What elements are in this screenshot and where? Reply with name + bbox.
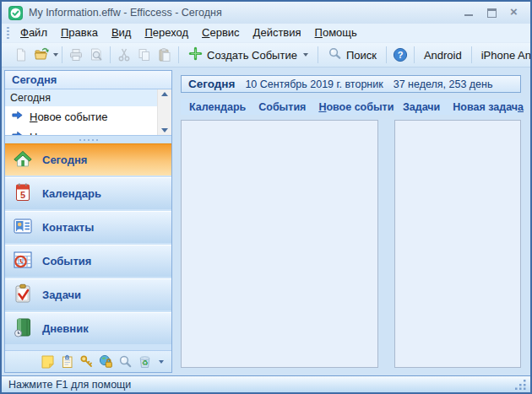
tasks-links-bar: ЗадачиНовая задача <box>394 99 521 115</box>
tasks-icon <box>12 283 34 307</box>
maximize-button[interactable] <box>486 8 497 18</box>
list-new-event[interactable]: Новое событие <box>5 106 157 127</box>
menu-help[interactable]: Помощь <box>308 24 364 41</box>
tray-memo[interactable] <box>59 354 74 370</box>
home-icon <box>12 148 34 172</box>
toolbar-separator <box>414 46 415 63</box>
tray-notes[interactable] <box>40 354 55 370</box>
events-list-panel[interactable] <box>181 120 378 368</box>
title-bar: My Information.effw - Efficcess - Сегодн… <box>2 2 530 24</box>
panels-row <box>181 120 521 368</box>
nav-contacts-label: Контакты <box>42 221 94 234</box>
link-calendar[interactable]: Календарь <box>189 101 246 113</box>
search-button[interactable]: Поиск <box>322 44 383 66</box>
search-icon <box>328 46 342 63</box>
scroll-down-icon[interactable] <box>161 128 168 132</box>
resize-grip[interactable] <box>514 379 527 390</box>
sidebar-shortcut-rows: Сегодня Новое событиеНовая задача <box>5 89 157 135</box>
caret-down-icon[interactable] <box>53 53 58 57</box>
list-new-task[interactable]: Новая задача <box>5 127 157 135</box>
toolbar: Создать СобытиеПоиск?AndroidiPhone And i… <box>2 43 530 67</box>
tray-web-password[interactable] <box>98 354 113 370</box>
calendar-links-bar: КалендарьСобытияНовое событие <box>181 99 378 115</box>
sidebar-list-scrollbar[interactable] <box>157 89 171 135</box>
svg-text:?: ? <box>398 50 404 60</box>
nav-calendar[interactable]: 5Календарь <box>5 177 171 209</box>
today-week-day-count: 37 неделя, 253 день <box>394 78 493 90</box>
print-preview-button <box>86 45 106 65</box>
android-button[interactable]: Android <box>418 46 468 64</box>
arrow-right-icon <box>11 109 24 124</box>
menu-go[interactable]: Переход <box>138 24 195 41</box>
menu-drag-grip[interactable] <box>7 27 9 40</box>
toolbar-separator <box>318 46 318 63</box>
list-new-event-label: Новое событие <box>30 111 108 123</box>
today-date: 10 Сентябрь 2019 г. вторник <box>245 78 383 90</box>
sidebar-header: Сегодня <box>5 71 171 89</box>
app-check-icon <box>8 6 23 20</box>
nav-tasks[interactable]: Задачи <box>5 278 171 310</box>
menu-items: ФайлПравкаВидПереходСервисДействияПомощь <box>14 24 364 41</box>
contacts-icon <box>12 215 34 240</box>
list-new-task-label: Новая задача <box>30 131 100 136</box>
cut-button <box>114 45 134 65</box>
tray-recycle[interactable]: ♻ <box>137 354 152 370</box>
journal-icon <box>12 316 34 341</box>
menu-bar: ФайлПравкаВидПереходСервисДействияПомощь <box>2 24 530 43</box>
tray-password[interactable] <box>79 354 94 370</box>
toolbar-separator <box>110 46 111 63</box>
nav-diary-label: Дневник <box>42 322 89 335</box>
help-button[interactable]: ? <box>390 45 410 65</box>
app-window: My Information.effw - Efficcess - Сегодн… <box>0 0 532 394</box>
nav-today[interactable]: Сегодня <box>5 143 171 175</box>
status-text: Нажмите F1 для помощи <box>8 379 131 391</box>
nav-contacts[interactable]: Контакты <box>5 211 171 243</box>
nav-tasks-label: Задачи <box>42 289 81 301</box>
status-bar: Нажмите F1 для помощи <box>2 375 530 392</box>
menu-edit[interactable]: Правка <box>54 24 105 41</box>
close-button[interactable] <box>509 8 520 18</box>
open-button[interactable] <box>31 45 52 65</box>
iphone-ipad-button-label: iPhone And iPad <box>481 49 532 62</box>
sidebar-shortcut-list: Сегодня Новое событиеНовая задача <box>5 89 171 136</box>
link-tasks[interactable]: Задачи <box>403 101 440 113</box>
nav-calendar-label: Календарь <box>42 187 101 200</box>
toolbar-separator <box>62 46 62 63</box>
search-button-label: Поиск <box>346 49 377 62</box>
menu-file[interactable]: Файл <box>14 24 54 41</box>
content-area: Сегодня Сегодня Новое событиеНовая задач… <box>2 67 530 375</box>
tray-search[interactable] <box>117 354 133 370</box>
link-events[interactable]: События <box>258 101 306 113</box>
shortcut-group-label: Сегодня <box>5 89 157 106</box>
sidebar-splitter[interactable] <box>5 136 171 143</box>
scroll-up-icon[interactable] <box>161 92 168 96</box>
nav-diary[interactable]: Дневник <box>5 312 171 344</box>
window-controls <box>464 8 524 18</box>
minimize-button[interactable] <box>464 8 475 18</box>
copy-button <box>134 45 155 65</box>
print-button <box>66 45 86 65</box>
nav-events[interactable]: События <box>5 245 171 277</box>
create-event-button-label: Создать Событие <box>207 49 297 62</box>
menu-view[interactable]: Вид <box>105 24 138 41</box>
today-header-bar: Сегодня 10 Сентябрь 2019 г. вторник 37 н… <box>181 75 521 93</box>
svg-text:♻: ♻ <box>141 359 148 367</box>
new-button <box>11 45 31 65</box>
window-title: My Information.effw - Efficcess - Сегодн… <box>29 7 458 19</box>
link-new-event[interactable]: Новое событие <box>318 101 399 113</box>
tasks-list-panel[interactable] <box>394 120 521 368</box>
menu-tools[interactable]: Сервис <box>195 24 247 41</box>
today-title: Сегодня <box>188 78 235 90</box>
tray-caret-down-icon[interactable] <box>159 360 164 364</box>
toolbar-separator <box>178 46 179 63</box>
menu-actions[interactable]: Действия <box>247 24 308 41</box>
iphone-ipad-button[interactable]: iPhone And iPad <box>475 46 532 64</box>
plus-icon <box>188 46 203 63</box>
svg-text:5: 5 <box>20 190 25 200</box>
sidebar: Сегодня Сегодня Новое событиеНовая задач… <box>4 70 172 373</box>
link-new-task[interactable]: Новая задача <box>453 101 524 113</box>
create-event-button[interactable]: Создать Событие <box>182 44 314 66</box>
arrow-right-icon <box>11 129 24 135</box>
toolbar-separator <box>471 46 472 63</box>
android-button-label: Android <box>424 49 462 62</box>
